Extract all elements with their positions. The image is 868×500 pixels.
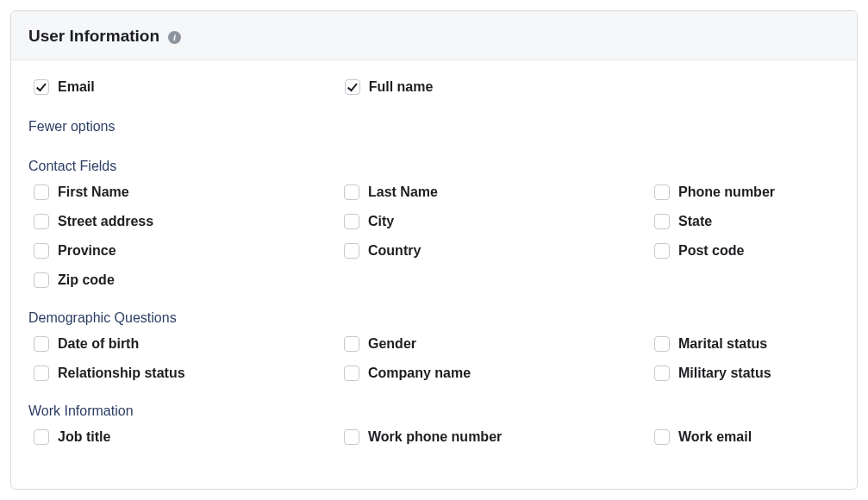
user-information-card: User Information i Email Full name Fewer… xyxy=(10,10,858,490)
military-status-checkbox-item[interactable]: Military status xyxy=(654,366,840,381)
date-of-birth-checkbox[interactable] xyxy=(34,336,49,352)
state-label: State xyxy=(678,215,712,228)
gender-label: Gender xyxy=(368,337,416,351)
city-checkbox-item[interactable]: City xyxy=(344,214,654,229)
job-title-checkbox-item[interactable]: Job title xyxy=(34,429,344,445)
company-name-label: Company name xyxy=(368,366,471,380)
military-status-checkbox[interactable] xyxy=(654,366,670,381)
date-of-birth-label: Date of birth xyxy=(58,337,139,351)
card-header: User Information i xyxy=(11,11,857,60)
work-information-title: Work Information xyxy=(28,403,840,419)
zip-code-checkbox[interactable] xyxy=(34,272,49,288)
last-name-checkbox[interactable] xyxy=(344,184,359,200)
zip-code-checkbox-item[interactable]: Zip code xyxy=(34,272,344,288)
work-phone-number-checkbox-item[interactable]: Work phone number xyxy=(344,429,654,445)
job-title-label: Job title xyxy=(58,430,110,444)
job-title-checkbox[interactable] xyxy=(34,429,49,445)
relationship-status-checkbox[interactable] xyxy=(34,366,49,381)
country-checkbox-item[interactable]: Country xyxy=(344,243,654,259)
contact-fields-title: Contact Fields xyxy=(28,159,840,174)
work-phone-number-checkbox[interactable] xyxy=(344,429,359,445)
email-checkbox-item[interactable]: Email xyxy=(34,79,95,95)
phone-number-checkbox[interactable] xyxy=(654,184,670,200)
work-information-section: Work Information Job title Work phone nu… xyxy=(28,403,840,445)
demographic-questions-grid: Date of birth Gender Marital status Rela… xyxy=(28,336,840,381)
first-name-checkbox[interactable] xyxy=(34,184,49,200)
work-email-checkbox-item[interactable]: Work email xyxy=(654,429,840,445)
info-icon[interactable]: i xyxy=(168,31,181,44)
primary-fields-row: Email Full name xyxy=(28,79,840,95)
phone-number-label: Phone number xyxy=(678,185,775,199)
province-checkbox-item[interactable]: Province xyxy=(34,243,344,259)
military-status-label: Military status xyxy=(678,366,771,380)
city-checkbox[interactable] xyxy=(344,214,359,229)
country-checkbox[interactable] xyxy=(344,243,359,259)
city-label: City xyxy=(368,215,394,228)
street-address-label: Street address xyxy=(58,215,153,228)
contact-fields-grid: First Name Last Name Phone number Street… xyxy=(28,184,840,288)
state-checkbox-item[interactable]: State xyxy=(654,214,840,229)
email-checkbox-label: Email xyxy=(58,80,95,94)
work-email-checkbox[interactable] xyxy=(654,429,670,445)
province-label: Province xyxy=(58,244,116,258)
company-name-checkbox[interactable] xyxy=(344,366,359,381)
street-address-checkbox-item[interactable]: Street address xyxy=(34,214,344,229)
full-name-checkbox[interactable] xyxy=(345,79,360,95)
work-email-label: Work email xyxy=(678,430,752,444)
post-code-label: Post code xyxy=(678,244,744,258)
street-address-checkbox[interactable] xyxy=(34,214,49,229)
relationship-status-label: Relationship status xyxy=(58,366,185,380)
marital-status-checkbox[interactable] xyxy=(654,336,670,352)
contact-fields-section: Contact Fields First Name Last Name Phon… xyxy=(28,159,840,288)
zip-code-label: Zip code xyxy=(58,273,115,287)
gender-checkbox-item[interactable]: Gender xyxy=(344,336,654,352)
post-code-checkbox-item[interactable]: Post code xyxy=(654,243,840,259)
full-name-checkbox-item[interactable]: Full name xyxy=(345,79,434,95)
work-phone-number-label: Work phone number xyxy=(368,430,502,444)
country-label: Country xyxy=(368,244,421,258)
full-name-checkbox-label: Full name xyxy=(369,80,434,94)
demographic-questions-title: Demographic Questions xyxy=(28,310,840,326)
marital-status-checkbox-item[interactable]: Marital status xyxy=(654,336,840,352)
first-name-checkbox-item[interactable]: First Name xyxy=(34,184,344,200)
work-information-grid: Job title Work phone number Work email xyxy=(28,429,840,445)
marital-status-label: Marital status xyxy=(678,337,767,351)
demographic-questions-section: Demographic Questions Date of birth Gend… xyxy=(28,310,840,381)
first-name-label: First Name xyxy=(58,185,129,199)
company-name-checkbox-item[interactable]: Company name xyxy=(344,366,654,381)
gender-checkbox[interactable] xyxy=(344,336,359,352)
state-checkbox[interactable] xyxy=(654,214,670,229)
relationship-status-checkbox-item[interactable]: Relationship status xyxy=(34,366,344,381)
last-name-label: Last Name xyxy=(368,185,438,199)
province-checkbox[interactable] xyxy=(34,243,49,259)
fewer-options-toggle[interactable]: Fewer options xyxy=(28,119,840,134)
phone-number-checkbox-item[interactable]: Phone number xyxy=(654,184,840,200)
email-checkbox[interactable] xyxy=(34,79,49,95)
date-of-birth-checkbox-item[interactable]: Date of birth xyxy=(34,336,344,352)
card-body: Email Full name Fewer options Contact Fi… xyxy=(11,60,857,460)
post-code-checkbox[interactable] xyxy=(654,243,670,259)
last-name-checkbox-item[interactable]: Last Name xyxy=(344,184,654,200)
card-title: User Information xyxy=(28,27,159,46)
